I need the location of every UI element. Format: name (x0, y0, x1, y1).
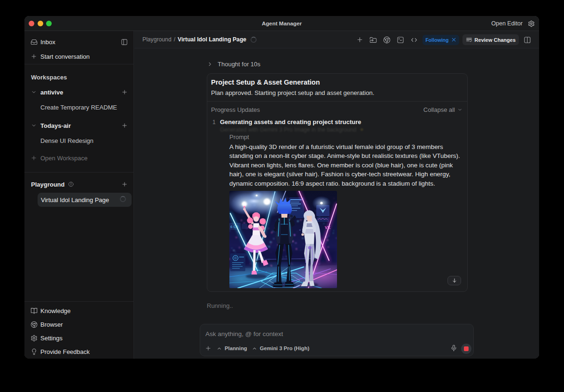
svg-text:≡: ≡ (299, 228, 301, 232)
